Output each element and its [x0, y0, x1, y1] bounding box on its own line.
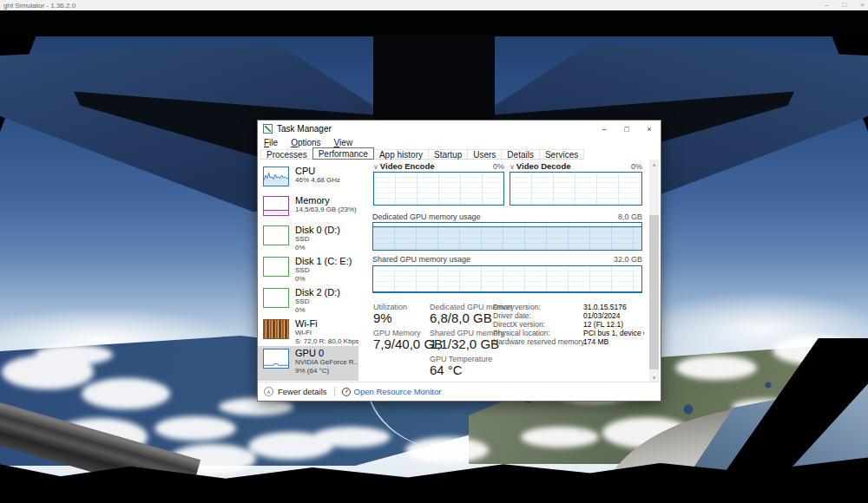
tab-performance[interactable]: Performance [312, 147, 374, 160]
dedicated-memory-chart [372, 222, 642, 251]
sidebar-item-memory[interactable]: Memory 14,5/63,9 GB (23%) [258, 193, 358, 223]
tab-services[interactable]: Services [539, 149, 584, 160]
minimize-button[interactable]: – [593, 121, 615, 137]
sidebar-item-wifi[interactable]: Wi-Fi Wi-Fi S: 72,0 R: 80,0 Kbps [258, 317, 358, 348]
dedicated-memory-fill [373, 226, 641, 250]
driver-date-value: 01/03/2024 [583, 311, 644, 320]
scroll-up-arrow-icon[interactable]: ∧ [649, 160, 659, 169]
wifi-graph-thumbnail [263, 319, 289, 339]
video-encode-value: 0% [493, 162, 504, 171]
performance-sidebar: CPU 46% 4,68 GHz Memory 14,5/63,9 GB (23… [258, 160, 358, 382]
sidebar-wifi-name: Wi-Fi [295, 329, 358, 337]
close-button[interactable]: × [638, 121, 661, 137]
video-encode-header[interactable]: ∨Video Encode 0% [373, 161, 504, 171]
detail-row-driver-date: Driver date: 01/03/2024 [493, 311, 644, 320]
utilization-value: 9% [373, 310, 392, 325]
disk1-graph-thumbnail [263, 257, 289, 277]
video-encode-chart [373, 172, 504, 206]
cpu-graph-thumbnail [263, 167, 289, 186]
chevron-down-icon: ∨ [373, 163, 378, 171]
game-maximize-button[interactable]: □ [842, 0, 846, 10]
main-panel-scrollbar[interactable]: ∧ ∨ [649, 160, 659, 382]
fewer-details-button[interactable]: ∧ Fewer details [264, 387, 327, 396]
sidebar-disk2-title: Disk 2 (D:) [295, 287, 340, 297]
game-titlebar: ght Simulator - 1.36.2.0 – □ × [0, 0, 868, 10]
open-resource-monitor-label: Open Resource Monitor [354, 387, 442, 396]
shared-memory-chart [372, 265, 642, 293]
menu-file[interactable]: File [264, 138, 278, 147]
tab-processes[interactable]: Processes [260, 149, 313, 160]
cockpit-frame-top [0, 10, 868, 36]
shared-memory-max: 32,0 GB [614, 255, 642, 264]
tab-startup[interactable]: Startup [428, 149, 468, 160]
menu-bar: File Options View [258, 137, 661, 147]
chevron-down-icon: ∨ [510, 163, 515, 171]
resource-monitor-gauge-icon [342, 388, 351, 396]
sidebar-disk0-usage: 0% [295, 244, 340, 252]
video-decode-chart [510, 172, 642, 206]
shared-memory-label: Shared GPU memory usage [372, 255, 470, 264]
footer-divider [334, 387, 335, 396]
fewer-details-label: Fewer details [278, 387, 327, 396]
maximize-button[interactable]: □ [615, 121, 638, 137]
disk0-graph-thumbnail [263, 225, 289, 245]
video-decode-value: 0% [631, 162, 642, 171]
sidebar-memory-title: Memory [295, 195, 357, 206]
scroll-down-arrow-icon[interactable]: ∨ [649, 372, 659, 382]
sidebar-disk1-title: Disk 1 (C: E:) [295, 256, 352, 266]
sidebar-memory-stats: 14,5/63,9 GB (23%) [295, 206, 357, 214]
game-close-button[interactable]: × [860, 0, 865, 10]
sidebar-cpu-stats: 46% 4,68 GHz [295, 176, 340, 185]
sidebar-cpu-title: CPU [295, 166, 340, 176]
detail-row-hardware-reserved-memory: Hardware reserved memory: 174 MB [493, 337, 644, 346]
tab-users[interactable]: Users [467, 149, 502, 160]
chevron-up-circle-icon: ∧ [264, 387, 273, 396]
sidebar-gpu-title: GPU 0 [295, 348, 358, 358]
game-window-controls: – □ × [825, 0, 865, 10]
directx-version-value: 12 (FL 12.1) [583, 320, 644, 329]
dedicated-gpu-memory-value: 6,8/8,0 GB [430, 310, 492, 325]
sidebar-gpu-name: NVIDIA GeForce R... [295, 358, 358, 367]
sidebar-disk0-title: Disk 0 (D:) [295, 225, 340, 235]
physical-location-value: PCI bus 1, device 0, funct... [583, 329, 644, 337]
menu-view[interactable]: View [334, 138, 353, 147]
video-decode-label: Video Decode [516, 161, 571, 171]
detail-row-driver-version: Driver version: 31.0.15.5176 [493, 303, 644, 311]
menu-options[interactable]: Options [291, 138, 320, 147]
window-title: Task Manager [277, 124, 332, 134]
task-manager-titlebar[interactable]: Task Manager – □ × [258, 121, 661, 137]
sidebar-item-cpu[interactable]: CPU 46% 4,68 GHz [258, 164, 358, 193]
dedicated-memory-label: Dedicated GPU memory usage [372, 212, 481, 221]
dedicated-memory-header: Dedicated GPU memory usage 8,0 GB [372, 212, 642, 221]
sidebar-item-gpu0[interactable]: GPU 0 NVIDIA GeForce R... 9% (64 °C) [258, 346, 358, 381]
status-bar: ∧ Fewer details Open Resource Monitor [258, 382, 661, 401]
sidebar-item-disk0[interactable]: Disk 0 (D:) SSD 0% [258, 223, 358, 254]
sidebar-disk2-usage: 0% [295, 306, 340, 315]
tab-details[interactable]: Details [501, 149, 540, 160]
screen: ght Simulator - 1.36.2.0 – □ × Task Ma [0, 0, 868, 503]
driver-version-label: Driver version: [493, 303, 583, 311]
task-manager-window: Task Manager – □ × File Options View Pro… [257, 120, 661, 402]
sidebar-wifi-throughput: S: 72,0 R: 80,0 Kbps [295, 337, 358, 346]
driver-date-label: Driver date: [493, 311, 583, 320]
hardware-reserved-memory-label: Hardware reserved memory: [493, 337, 583, 346]
sidebar-disk0-type: SSD [295, 235, 340, 244]
shared-gpu-memory-value: 1,1/32,0 GB [430, 336, 499, 351]
video-decode-header[interactable]: ∨Video Decode 0% [510, 161, 642, 171]
open-resource-monitor-link[interactable]: Open Resource Monitor [342, 387, 442, 396]
sidebar-disk1-usage: 0% [295, 275, 352, 284]
directx-version-label: DirectX version: [493, 320, 583, 329]
physical-location-label: Physical location: [493, 329, 583, 337]
detail-row-physical-location: Physical location: PCI bus 1, device 0, … [493, 329, 644, 337]
scrollbar-thumb[interactable] [649, 215, 659, 369]
disk2-graph-thumbnail [263, 288, 289, 308]
sidebar-item-disk2[interactable]: Disk 2 (D:) SSD 0% [258, 285, 358, 317]
tab-bar: Processes Performance App history Startu… [258, 147, 661, 160]
game-minimize-button[interactable]: – [825, 0, 828, 10]
driver-version-value: 31.0.15.5176 [583, 303, 644, 311]
sidebar-wifi-title: Wi-Fi [295, 318, 358, 329]
video-encode-label: Video Encode [380, 161, 435, 171]
task-manager-icon [263, 124, 273, 134]
tab-app-history[interactable]: App history [373, 149, 429, 160]
sidebar-item-disk1[interactable]: Disk 1 (C: E:) SSD 0% [258, 254, 358, 285]
